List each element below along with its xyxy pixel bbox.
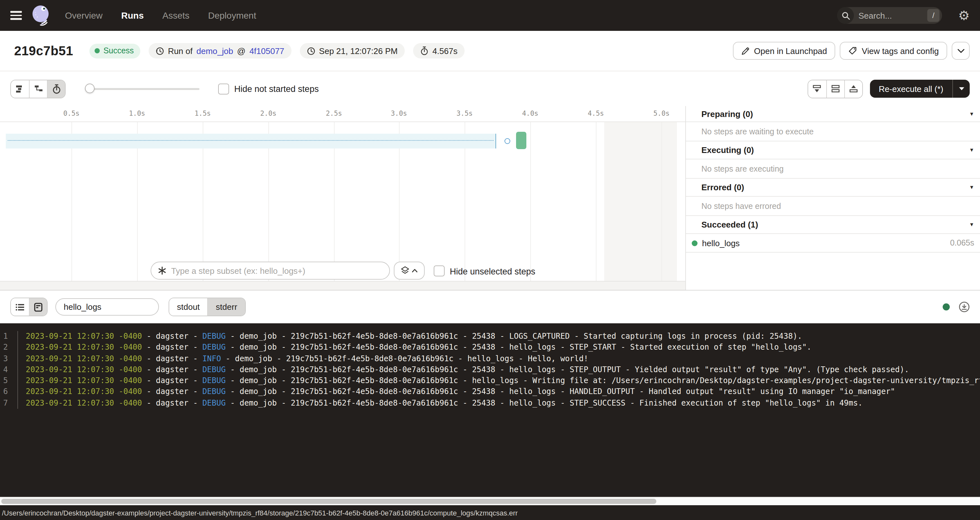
section-errored-header[interactable]: Errored (0) ▼ (686, 179, 980, 197)
axis-tick: 4.0s (516, 109, 544, 117)
tag-icon (848, 46, 858, 55)
dagster-logo-icon[interactable] (30, 4, 52, 27)
split-panels-icon (830, 84, 840, 93)
dock-bottom-button[interactable] (808, 80, 826, 97)
axis-tick: 2.0s (254, 109, 283, 117)
step-subset-field[interactable] (151, 262, 390, 280)
primary-nav: Overview Runs Assets Deployment (65, 10, 256, 21)
chevron-down-icon: ▼ (969, 147, 974, 153)
waterfall-gantt-icon (34, 84, 43, 93)
open-in-launchpad-button[interactable]: Open in Launchpad (733, 42, 835, 60)
chevron-down-icon: ▼ (969, 184, 974, 190)
raw-log-viewer[interactable]: 1 2023-09-21 12:07:30 -0400 - dagster - … (0, 323, 980, 497)
zoom-slider[interactable] (85, 80, 199, 97)
dagster-run-page: Overview Runs Assets Deployment Search..… (0, 0, 980, 520)
nav-item-assets[interactable]: Assets (162, 10, 189, 21)
scrollbar-thumb[interactable] (1, 499, 656, 504)
log-toolbar: stdout stderr (0, 290, 980, 323)
clock-icon (307, 47, 315, 55)
reexecute-dropdown-button[interactable] (953, 80, 970, 98)
view-tags-config-button[interactable]: View tags and config (840, 42, 947, 60)
nav-item-deployment[interactable]: Deployment (208, 10, 256, 21)
search-input[interactable]: Search... / (837, 7, 942, 24)
timestamp-pill: Sep 21, 12:07:26 PM (300, 43, 405, 59)
layers-icon (401, 266, 409, 275)
chevron-down-icon: ▼ (969, 222, 974, 228)
axis-tick: 1.5s (189, 109, 217, 117)
stopwatch-icon (52, 84, 61, 94)
hide-not-started-label: Hide not started steps (234, 84, 319, 94)
waterfall-view-button[interactable] (29, 80, 47, 97)
run-header: 219c7b51 Success Run of demo_job @ 4f105… (0, 31, 980, 71)
gantt-view-mode-segment (10, 79, 66, 98)
log-horizontal-scrollbar[interactable] (0, 497, 980, 505)
section-errored-empty: No steps have errored (686, 197, 980, 216)
gear-icon[interactable]: ⚙ (958, 9, 970, 22)
run-of-pill: Run of demo_job @ 4f105077 (149, 43, 291, 59)
step-duration: 0.065s (950, 238, 974, 247)
status-badge: Success (89, 43, 140, 58)
zoom-slider-handle[interactable] (85, 84, 95, 93)
log-line: 7 2023-09-21 12:07:30 -0400 - dagster - … (0, 398, 980, 409)
chevron-down-icon (957, 49, 964, 53)
section-preparing-header[interactable]: Preparing (0) ▼ (686, 106, 980, 122)
hide-unselected-label: Hide unselected steps (450, 267, 535, 276)
dock-top-icon (848, 84, 858, 93)
flat-gantt-icon (16, 84, 24, 93)
nav-item-overview[interactable]: Overview (65, 10, 103, 21)
job-link[interactable]: demo_job (197, 46, 233, 55)
panel-layout-segment (807, 79, 862, 98)
step-waiting-bar[interactable] (6, 134, 496, 149)
op-selector-icon (158, 266, 167, 275)
log-line: 3 2023-09-21 12:07:30 -0400 - dagster - … (0, 353, 980, 365)
tab-stdout[interactable]: stdout (169, 298, 207, 315)
run-actions-dropdown-button[interactable] (952, 42, 970, 60)
log-filter-field[interactable] (55, 298, 159, 315)
run-gantt-section: 0.5s 1.0s 1.5s 2.0s 2.5s 3.0s 3.5s 4.0s … (0, 106, 980, 290)
structured-log-view-button[interactable] (11, 298, 29, 315)
step-start-marker[interactable] (504, 138, 510, 144)
log-line: 4 2023-09-21 12:07:30 -0400 - dagster - … (0, 365, 980, 376)
stopwatch-icon (420, 46, 428, 55)
gantt-horizontal-scrollbar[interactable] (0, 281, 685, 290)
section-succeeded-header[interactable]: Succeeded (1) ▼ (686, 216, 980, 234)
step-subset-row (0, 261, 685, 280)
log-filter-input[interactable] (64, 302, 151, 312)
run-id-title: 219c7b51 (14, 43, 73, 58)
hide-not-started-checkbox[interactable] (218, 83, 229, 94)
nav-item-runs[interactable]: Runs (121, 10, 144, 21)
snapshot-link[interactable]: 4f105077 (249, 46, 284, 55)
section-executing-empty: No steps are executing (686, 159, 980, 179)
axis-tick: 5.0s (648, 109, 676, 117)
section-executing-header[interactable]: Executing (0) ▼ (686, 141, 980, 159)
search-placeholder: Search... (858, 11, 927, 20)
reexecute-split-button: Re-execute all (*) (870, 80, 970, 98)
gantt-toolbar: Hide not started steps Re-execute all (*… (0, 71, 980, 106)
duration-pill: 4.567s (413, 43, 465, 59)
tab-stderr[interactable]: stderr (207, 298, 245, 315)
axis-tick: 3.0s (385, 109, 413, 117)
menu-icon[interactable] (10, 11, 22, 20)
succeeded-step-row[interactable]: hello_logs 0.065s (686, 234, 980, 253)
split-view-button[interactable] (826, 80, 844, 97)
reexecute-all-button[interactable]: Re-execute all (*) (870, 80, 952, 98)
step-execution-bar[interactable] (516, 132, 527, 149)
raw-log-view-button[interactable] (29, 298, 47, 315)
chevron-down-icon: ▼ (969, 111, 974, 117)
stdout-stderr-segment: stdout stderr (169, 298, 245, 316)
console-icon (34, 303, 43, 311)
graph-query-toggle-button[interactable] (394, 262, 425, 280)
axis-tick: 4.5s (582, 109, 610, 117)
after-run-end-zone (604, 122, 677, 281)
gantt-chart: 0.5s 1.0s 1.5s 2.0s 2.5s 3.0s 3.5s 4.0s … (0, 106, 686, 290)
log-line: 6 2023-09-21 12:07:30 -0400 - dagster - … (0, 387, 980, 398)
flat-view-button[interactable] (11, 80, 29, 97)
timed-view-button[interactable] (47, 80, 65, 97)
log-view-mode-segment (10, 298, 48, 316)
step-subset-input[interactable] (171, 266, 383, 276)
log-line: 1 2023-09-21 12:07:30 -0400 - dagster - … (0, 331, 980, 342)
download-log-button[interactable] (959, 301, 970, 312)
log-file-path-bar: /Users/erincochran/Desktop/dagster-examp… (0, 505, 980, 520)
hide-unselected-checkbox[interactable] (434, 265, 445, 276)
dock-top-button[interactable] (844, 80, 862, 97)
